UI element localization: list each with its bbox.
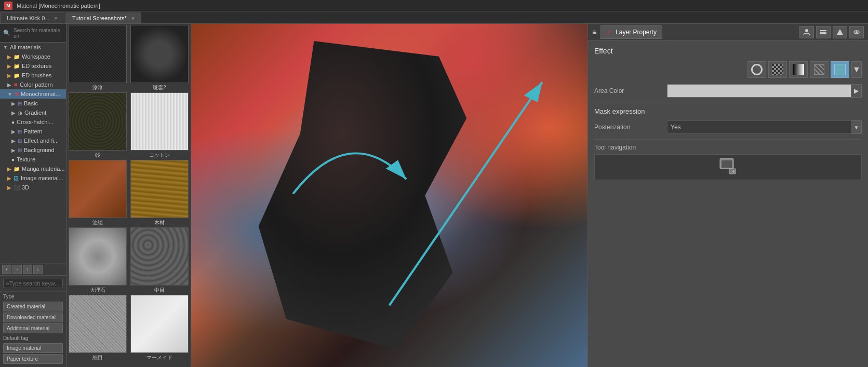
materials-search-bar[interactable]: 🔍 Search for materials on: [0, 24, 66, 43]
tab-kick[interactable]: Ultimate Kick 0... ×: [0, 12, 64, 23]
tree-label-cross-hatch: Cross-hatchi...: [17, 119, 54, 125]
tag-paper-texture-btn[interactable]: Paper texture: [3, 354, 63, 364]
thumbnail-abura[interactable]: 油絵: [68, 160, 128, 226]
thumbnail-suna[interactable]: 砂: [68, 92, 128, 159]
thumbnail-hosime[interactable]: 細目: [68, 295, 128, 361]
thumbnail-wood[interactable]: 木材: [129, 160, 190, 226]
area-color-label: Area Color: [594, 87, 667, 94]
close-tab-screenshots[interactable]: ×: [131, 15, 135, 21]
tree-item-basic[interactable]: ▶ ⊞ Basic: [0, 99, 66, 108]
search-icon: 🔍: [3, 30, 10, 36]
dot-icon: ●: [11, 119, 15, 125]
area-color-arrow-btn[interactable]: ▶: [851, 84, 862, 98]
tree-label-ed-brushes: ED brushes: [22, 72, 51, 78]
filter-created-btn[interactable]: Created material: [3, 302, 63, 311]
tree-item-manga-mat[interactable]: ▶ 📁 Manga materia...: [0, 164, 66, 173]
tree-item-effect-fill[interactable]: ▶ ⊞ Effect and fi...: [0, 136, 66, 145]
thumbnail-label-urushi: 漆喰: [92, 84, 103, 91]
title-bar: M Material [Monochromatic pattern]: [0, 0, 868, 11]
move-down-btn[interactable]: ↓: [33, 265, 43, 274]
folder-icon7: ▶: [7, 175, 11, 181]
svg-marker-6: [837, 29, 843, 35]
thumbnail-img-mermaid: [130, 295, 189, 353]
tree-item-image-mat[interactable]: ▶ 🖼 Image material...: [0, 173, 66, 183]
add-folder-btn[interactable]: +: [2, 265, 11, 274]
tag-image-material-btn[interactable]: Image material: [3, 343, 63, 353]
posterization-value: Yes: [667, 120, 851, 134]
tree-item-ed-textures[interactable]: ▶ 📁 ED textures: [0, 61, 66, 71]
folder-icon3: 📁: [14, 63, 20, 69]
panel-content: Effect: [588, 40, 868, 367]
tree-item-all-materials[interactable]: ▼ All materials: [0, 43, 66, 52]
thumbnail-grid: 漆喰 斑雲2 砂 コットン 油絵 木材: [66, 24, 191, 362]
svg-point-2: [805, 29, 808, 32]
effect-btn-checker[interactable]: [768, 61, 787, 78]
thumbnail-mermaid[interactable]: マーメイド: [129, 295, 190, 361]
area-color-swatch[interactable]: [667, 84, 851, 98]
close-tab-kick[interactable]: ×: [55, 15, 58, 21]
grid-icon: ⊞: [18, 101, 22, 106]
thumbnail-dairi[interactable]: 大理石: [68, 227, 128, 294]
tool-nav-icon: [719, 156, 738, 178]
tree-label-ed-textures: ED textures: [22, 63, 51, 69]
search-materials-text: Search for materials on: [14, 28, 63, 39]
keyword-search-input[interactable]: [9, 280, 60, 287]
panel-icon-person[interactable]: [799, 26, 814, 38]
circle-shape-icon: [751, 64, 763, 75]
keyword-search-wrap[interactable]: ○: [3, 279, 63, 288]
thumbnail-cotton[interactable]: コットン: [129, 92, 190, 159]
tree-item-gradient[interactable]: ▶ ◑ Gradient: [0, 108, 66, 117]
tree-item-cross-hatch[interactable]: ● Cross-hatchi...: [0, 117, 66, 127]
layer-check-icon: ✓: [606, 28, 612, 36]
thumbnail-img-urushi: [69, 25, 127, 83]
posterization-row: Posterization Yes ▼: [594, 120, 862, 134]
folder-icon4: 📁: [14, 73, 20, 78]
thumbnail-label-wood: 木材: [154, 219, 165, 226]
panel-menu-icon[interactable]: ≡: [592, 28, 596, 36]
effect-btn-blue-square[interactable]: [831, 61, 849, 78]
tree-item-pattern[interactable]: ▶ ⊞ Pattern: [0, 127, 66, 136]
filter-downloaded-btn[interactable]: Downloaded material: [3, 312, 63, 322]
dot-icon2: ●: [11, 157, 15, 162]
effect-dropdown-arrow[interactable]: ▼: [851, 61, 862, 78]
effect-btn-gradient[interactable]: [789, 61, 808, 78]
tab-screenshots[interactable]: Tutorial Screenshots* ×: [65, 12, 141, 23]
expand-icon4: ▶: [11, 110, 16, 116]
tree-item-ed-brushes[interactable]: ▶ 📁 ED brushes: [0, 71, 66, 80]
tree-item-texture[interactable]: ● Texture: [0, 155, 66, 164]
panel-icon-triangle[interactable]: [833, 26, 847, 38]
effect-btn-diamond[interactable]: [810, 61, 829, 78]
folder-icon: ▶: [7, 54, 11, 60]
tree-item-monochromatic[interactable]: ▼ ✖ Monochromat...: [0, 89, 66, 99]
folder-icon6: 📁: [14, 166, 20, 172]
delete-btn[interactable]: -: [12, 265, 22, 274]
filter-additional-btn[interactable]: Additional material: [3, 323, 63, 333]
keyword-search-section: ○: [0, 275, 66, 291]
thumbnail-urushi[interactable]: 漆喰: [68, 25, 128, 91]
thumbnail-img-abura: [69, 160, 127, 218]
tree-item-workspace[interactable]: ▶ 📁 Workspace: [0, 52, 66, 61]
thumbnail-madara[interactable]: 斑雲2: [129, 25, 190, 91]
svg-rect-10: [722, 160, 732, 168]
filter-type-label: Type: [3, 294, 63, 300]
thumbnail-img-dairi: [69, 227, 127, 286]
right-panel: ≡ ✓ Layer Property: [587, 24, 868, 367]
tool-nav-label: Tool navigation: [594, 144, 862, 151]
main-layout: 🔍 Search for materials on ▼ All material…: [0, 24, 868, 367]
thumbnail-label-abura: 油絵: [92, 219, 103, 226]
move-up-btn[interactable]: ↑: [23, 265, 32, 274]
layer-property-tab[interactable]: ✓ Layer Property: [600, 25, 662, 39]
panel-icon-layers[interactable]: [816, 26, 831, 38]
window-title: Material [Monochromatic pattern]: [17, 3, 100, 9]
posterization-label: Posterization: [594, 124, 667, 131]
posterization-dropdown-arrow[interactable]: ▼: [851, 120, 862, 134]
tree-item-background[interactable]: ▶ ⊞ Background: [0, 145, 66, 155]
tree-item-color-pattern[interactable]: ▶ ✖ Color pattern: [0, 80, 66, 89]
divider2: [594, 139, 862, 140]
tree-item-3d[interactable]: ▶ ⬛ 3D: [0, 183, 66, 192]
diamond-shape-icon: [814, 64, 824, 75]
expand-icon: ▶: [7, 82, 11, 88]
effect-btn-circle[interactable]: [747, 61, 766, 78]
panel-icon-eye[interactable]: [849, 26, 864, 38]
thumbnail-naka[interactable]: 中目: [129, 227, 190, 294]
